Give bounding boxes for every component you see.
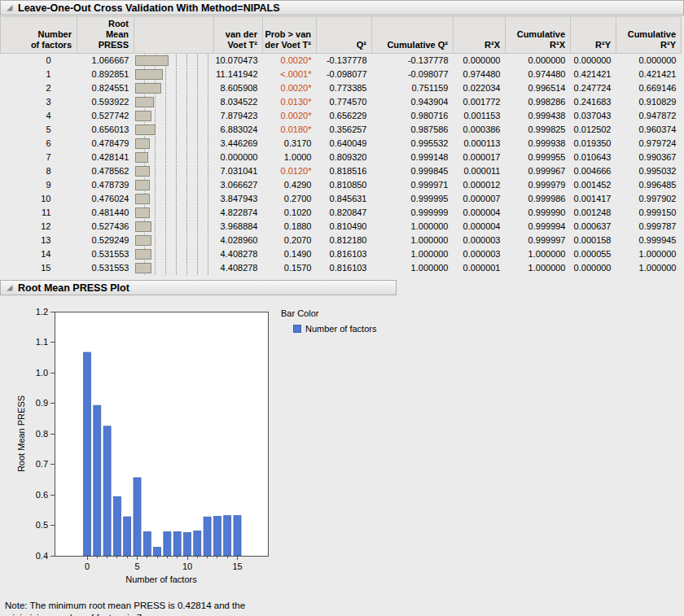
table-row[interactable]: 120.5274363.9688840.18800.8104901.000000… [1,220,682,234]
table-row[interactable]: 110.4814404.8228740.10200.8208470.999999… [1,206,682,220]
column-header-cumr2y[interactable]: Cumulative R²Y [616,17,682,54]
column-header-q2[interactable]: Q² [317,17,372,54]
table-row[interactable]: 100.4760243.8479430.27000.8456310.999995… [1,192,682,206]
table-row[interactable]: 70.4281410.0000001.00000.8093200.9991480… [1,151,682,164]
chart-bar[interactable] [84,352,91,556]
y-tick-label: 0.7 [36,459,48,469]
cell-r2y: 0.000055 [571,247,616,261]
cell-q2: 0.810490 [317,220,372,234]
table-row[interactable]: 60.4784793.4462690.31700.6400490.9955320… [1,137,682,151]
chart-bar[interactable] [194,531,201,556]
disclosure-triangle-icon[interactable] [5,283,14,292]
chart-bar[interactable] [224,516,231,556]
press-bar-cell [134,68,214,81]
section-header-cv[interactable]: Leave-One-Out Cross Validation With Meth… [0,0,684,15]
table-row[interactable]: 50.6560136.8830240.0180*0.3562570.987586… [1,123,682,137]
column-header-factors[interactable]: Number of factors [1,17,77,54]
cell-r2x: 0.000011 [454,164,506,178]
cell-vdv: 8.034522 [214,95,263,109]
chart-bar[interactable] [143,532,151,556]
column-header-r2x[interactable]: R²X [454,17,506,54]
press-hbar [135,249,152,260]
cell-r2x: 0.000004 [454,220,506,234]
table-row[interactable]: 130.5292494.0289600.20700.8121801.000000… [1,234,682,247]
note-line-1: Note: The minimum root mean PRESS is 0.4… [5,600,684,612]
legend-title: Bar Color [281,308,376,318]
chart-bar[interactable] [154,547,161,556]
cell-q2: 0.656229 [317,109,372,123]
cell-r2x: 0.000017 [454,151,506,164]
cell-prob: 0.0180* [263,123,317,137]
cell-r2y: 0.037043 [571,109,616,123]
press-bar-cell [134,192,214,206]
cell-factors: 12 [1,220,77,234]
table-row[interactable]: 90.4787393.0666270.42900.8108500.9999710… [1,178,682,192]
cv-table: Number of factorsRoot Mean PRESSvan der … [0,16,682,275]
cell-q2: 0.818516 [317,164,372,178]
cell-cumq2: -0.098077 [372,68,454,81]
cell-r2y: 0.004666 [571,164,616,178]
table-row[interactable]: 140.5315534.4082780.14900.8161031.000000… [1,247,682,261]
cell-cumr2x: 0.999967 [506,164,571,178]
column-header-cumr2x[interactable]: Cumulative R²X [506,17,571,54]
x-tick-label: 15 [232,561,242,571]
table-row[interactable]: 10.89285111.141942<.0001*-0.098077-0.098… [1,68,682,81]
press-hbar [135,111,152,121]
cell-prob: 0.1880 [263,220,317,234]
disclosure-triangle-icon[interactable] [5,3,14,12]
chart-bar[interactable] [164,532,171,556]
press-bar-cell [134,123,214,137]
cell-cumq2: -0.137778 [372,54,454,68]
cell-r2x: 0.000007 [454,192,506,206]
cell-cumr2x: 0.998286 [506,95,571,109]
column-header-r2y[interactable]: R²Y [571,17,616,54]
press-bar-cell [134,220,214,234]
cell-rmpress: 0.531553 [77,247,134,261]
chart-bar[interactable] [94,405,101,556]
cell-cumq2: 0.751159 [372,81,454,95]
cell-vdv: 3.968884 [214,220,263,234]
cell-prob: 0.0120* [263,164,317,178]
y-tick-label: 0.6 [36,490,48,500]
chart-bar[interactable] [204,517,211,556]
cell-factors: 14 [1,247,77,261]
table-row[interactable]: 150.5315534.4082780.15700.8161031.000000… [1,261,682,275]
table-row[interactable]: 30.5939228.0345220.0130*0.7745700.943904… [1,95,682,109]
chart-bar[interactable] [103,426,111,556]
column-header-vdv[interactable]: van der Voet T² [214,17,263,54]
x-axis-title: Number of factors [125,574,197,584]
cv-table-head: Number of factorsRoot Mean PRESSvan der … [1,17,682,54]
cell-cumq2: 1.000000 [372,261,454,275]
cell-r2y: 0.000637 [571,220,616,234]
cell-r2y: 0.001452 [571,178,616,192]
table-row[interactable]: 20.8245518.6059080.0020*0.7733850.751159… [1,81,682,95]
press-bar-cell [134,261,214,275]
chart-bar[interactable] [234,516,241,556]
table-row[interactable]: 80.4785627.0310410.0120*0.8185160.999845… [1,164,682,178]
column-header-bar[interactable] [134,17,214,54]
cell-cumr2x: 0.999986 [506,192,571,206]
cell-prob: 0.0020* [263,109,317,123]
column-header-rmpress[interactable]: Root Mean PRESS [77,17,134,54]
chart-bar[interactable] [113,496,121,556]
press-plot-svg[interactable]: 0.40.50.60.70.80.91.01.11.2051015Number … [11,304,282,590]
cell-vdv: 6.883024 [214,123,263,137]
cell-r2x: 0.000003 [454,234,506,247]
column-header-cumq2[interactable]: Cumulative Q² [372,17,454,54]
chart-bar[interactable] [173,531,181,556]
chart-bar[interactable] [213,517,221,556]
chart-bar[interactable] [124,517,131,556]
legend-entry[interactable]: Number of factors [281,324,376,334]
chart-bar[interactable] [134,478,141,556]
table-row[interactable]: 40.5277427.8794230.0020*0.6562290.980716… [1,109,682,123]
column-header-prob[interactable]: Prob > van der Voet T² [263,17,317,54]
cell-factors: 6 [1,137,77,151]
chart-bar[interactable] [184,532,191,556]
press-bar-cell [134,137,214,151]
cell-r2y: 0.001417 [571,192,616,206]
cell-cumr2y: 0.947872 [616,109,682,123]
table-row[interactable]: 01.06666710.0704730.0020*-0.137778-0.137… [1,54,682,68]
cell-q2: 0.773385 [317,81,372,95]
section-header-plot[interactable]: Root Mean PRESS Plot [0,280,397,295]
cell-r2y: 0.001248 [571,206,616,220]
